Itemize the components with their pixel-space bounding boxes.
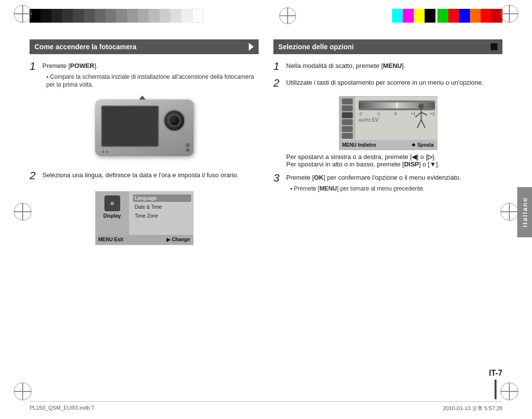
camera-controls — [186, 143, 190, 152]
right-section-title: Selezione delle opzioni — [278, 43, 354, 51]
right-step-2-bullet-2: Per spostarvi in alto o in basso, premet… — [286, 161, 502, 168]
camera-btn-2 — [186, 148, 190, 152]
ev-icon-3 — [342, 112, 353, 118]
menu-item-datetime: Date & Time — [133, 203, 191, 211]
page-number: IT-7 — [489, 369, 502, 378]
camera-lens — [163, 109, 186, 132]
left-section-title: Come accendere la fotocamera — [34, 43, 136, 51]
ev-footer: MENU Indietro ❖ Sposta — [339, 140, 437, 150]
right-step-3-content: Premete [OK] per confermare l'opzione o … — [286, 173, 502, 194]
menu-item-timezone: Time Zone — [133, 212, 191, 220]
page-number-bar — [495, 380, 497, 399]
camera-image — [95, 99, 194, 163]
svg-point-0 — [418, 103, 424, 109]
ev-mark-0: 0 — [394, 111, 397, 116]
svg-line-4 — [417, 120, 421, 128]
svg-line-3 — [421, 112, 427, 115]
ev-mark-neg2: -2 — [359, 111, 363, 116]
right-column: Selezione delle opzioni 1 Nella modalità… — [273, 39, 502, 394]
crosshair-topleft — [14, 5, 32, 23]
rgb-swatches — [437, 9, 502, 23]
footer: PL150_QSM_EUR3.indb 7 2010-01-13 오후 5:57… — [30, 401, 502, 412]
right-step-3-text: Premete [OK] per confermare l'opzione o … — [286, 173, 502, 183]
display-icon: ⊞ — [104, 195, 120, 211]
camera-body — [95, 99, 194, 156]
header-square-icon — [491, 43, 498, 50]
step-2-content: Seleziona una lingua, definisce la data … — [42, 170, 259, 182]
columns: Come accendere la fotocamera 1 Premete [… — [30, 39, 502, 394]
ev-footer-left: MENU Indietro — [342, 142, 376, 148]
footer-right: 2010-01-13 오후 5:57:28 — [443, 405, 502, 412]
svg-line-2 — [415, 112, 421, 117]
black-swatches — [30, 9, 95, 23]
color-bar — [30, 9, 502, 23]
right-step-number-3: 3 — [273, 173, 282, 184]
camera-screen — [101, 105, 159, 147]
right-step-number-1: 1 — [273, 61, 282, 72]
step-2-text: Seleziona una lingua, definisce la data … — [42, 170, 259, 180]
step-number-2: 2 — [30, 170, 38, 181]
ev-icon-4 — [342, 119, 353, 125]
right-step-1: 1 Nella modalità di scatto, premete [MEN… — [273, 61, 502, 73]
left-step-1: 1 Premete [POWER]. Compare la schermata … — [30, 61, 259, 91]
ev-person-icon — [411, 102, 431, 132]
ev-icon-6 — [342, 133, 353, 139]
menu-footer: MENU Exit ▶ Change — [96, 235, 193, 245]
ev-menu-icons — [339, 97, 355, 139]
right-step-3-bullet: Premete [MENU] per tornare al menu prece… — [286, 185, 502, 193]
ev-icon-5 — [342, 126, 353, 132]
ev-icon-2 — [342, 105, 353, 111]
crosshair-midright — [500, 203, 518, 221]
right-step-2-text: Utilizzate i tasti di spostamento per sc… — [286, 78, 502, 88]
camera-lens-inner — [168, 115, 180, 127]
right-step-1-content: Nella modalità di scatto, premete [MENU]… — [286, 61, 502, 73]
right-step-3: 3 Premete [OK] per confermare l'opzione … — [273, 173, 502, 194]
right-section-header: Selezione delle opzioni — [273, 39, 502, 54]
ev-main-area: -2 -1 0 +1 +2 AUTO EV — [357, 97, 437, 139]
language-tab: italiano — [517, 187, 532, 237]
step-1-bullet: Compare la schermata iniziale di install… — [42, 73, 259, 90]
right-step-2-bullets: Per spostarvi a sinistra o a destra, pre… — [286, 153, 502, 168]
left-step-2: 2 Seleziona una lingua, definisce la dat… — [30, 170, 259, 182]
step-number-1: 1 — [30, 61, 38, 72]
crosshair-midleft — [14, 203, 32, 221]
crosshair-botleft — [14, 383, 32, 400]
ev-mark-neg1: -1 — [376, 111, 380, 116]
menu-item-language: Language — [133, 194, 191, 202]
page-number-area: IT-7 — [489, 369, 502, 399]
right-step-2-bullet-1: Per spostarvi a sinistra o a destra, pre… — [286, 153, 502, 161]
crosshair-topright — [500, 5, 518, 23]
ev-footer-right: ❖ Sposta — [411, 142, 433, 148]
header-arrow-icon — [249, 43, 254, 51]
main-content: Come accendere la fotocamera 1 Premete [… — [30, 34, 502, 394]
menu-screenshot: ⊞ Display Language Date & Time Time Zone… — [95, 191, 194, 245]
right-step-2-content: Utilizzate i tasti di spostamento per sc… — [286, 78, 502, 90]
menu-footer-right: ▶ Change — [166, 237, 190, 242]
menu-footer-left: MENU Exit — [99, 237, 124, 242]
right-step-number-2: 2 — [273, 78, 282, 89]
sidebar-label: Display — [103, 213, 121, 219]
left-column: Come accendere la fotocamera 1 Premete [… — [30, 39, 259, 394]
footer-left: PL150_QSM_EUR3.indb 7 — [30, 405, 94, 412]
svg-line-5 — [421, 120, 425, 128]
right-step-1-text: Nella modalità di scatto, premete [MENU]… — [286, 61, 502, 71]
crosshair-botright — [500, 383, 518, 400]
language-tab-label: italiano — [521, 197, 529, 227]
gray-swatches — [95, 9, 203, 23]
right-step-2: 2 Utilizzate i tasti di spostamento per … — [273, 78, 502, 90]
camera-btn-1 — [186, 143, 190, 147]
ev-screenshot: -2 -1 0 +1 +2 AUTO EV — [339, 96, 437, 150]
step-1-content: Premete [POWER]. Compare la schermata in… — [42, 61, 259, 91]
ev-icon-1 — [342, 98, 353, 104]
step-1-text: Premete [POWER]. — [42, 61, 259, 71]
cmyk-swatches — [392, 9, 435, 23]
menu-items: Language Date & Time Time Zone — [131, 192, 193, 234]
left-section-header: Come accendere la fotocamera — [30, 39, 259, 54]
